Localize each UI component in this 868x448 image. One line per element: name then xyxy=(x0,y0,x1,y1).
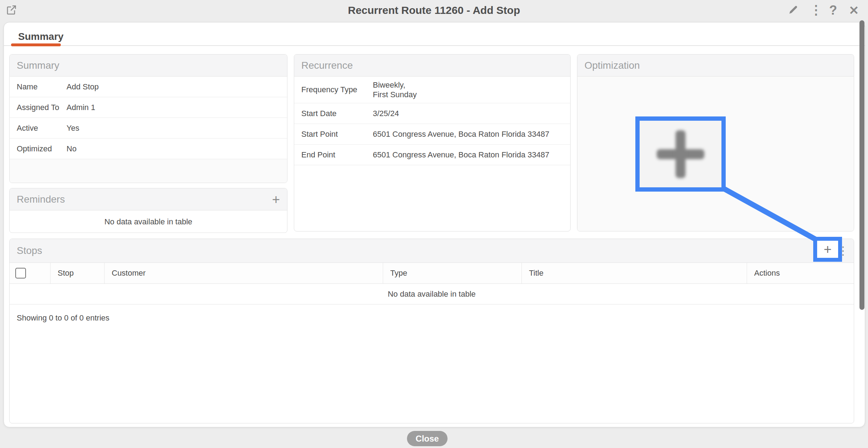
stops-table-header: Stop Customer Type Title Actions xyxy=(10,263,854,284)
field-value: Add Stop xyxy=(65,82,287,92)
field-value: Admin 1 xyxy=(65,103,287,112)
summary-panel: Summary Name Add Stop Assigned To Admin … xyxy=(9,54,287,183)
column-header-type[interactable]: Type xyxy=(383,263,522,283)
select-all-checkbox[interactable] xyxy=(15,268,26,278)
recurrence-row-start-date: Start Date 3/25/24 xyxy=(294,103,570,124)
field-value: 6501 Congress Avenue, Boca Raton Florida… xyxy=(371,130,570,139)
frequency-line-1: Biweekly, xyxy=(373,80,405,89)
summary-panel-title: Summary xyxy=(17,60,59,71)
field-label: Frequency Type xyxy=(294,85,371,94)
recurrence-panel: Recurrence Frequency Type Biweekly, Firs… xyxy=(294,54,571,231)
kebab-menu-icon[interactable]: ⋮ xyxy=(810,1,822,19)
field-label: Name xyxy=(10,82,65,92)
field-label: Optimized xyxy=(10,144,65,153)
stops-panel: Stops + ⋮ Stop Customer Type Title Actio… xyxy=(9,239,854,423)
field-value: 3/25/24 xyxy=(371,109,570,118)
column-header-actions[interactable]: Actions xyxy=(747,263,854,283)
reminders-empty-message: No data available in table xyxy=(10,210,287,233)
help-icon[interactable]: ? xyxy=(829,2,837,19)
window-titlebar: Recurrent Route 11260 - Add Stop ⋮ ? ✕ xyxy=(0,0,868,22)
page: { "window": { "title": "Recurrent Route … xyxy=(0,0,868,448)
tab-summary[interactable]: Summary xyxy=(18,31,64,42)
field-label: End Point xyxy=(294,150,371,160)
add-reminder-button[interactable]: + xyxy=(272,193,280,206)
field-label: Assigned To xyxy=(10,103,65,112)
magnified-plus-icon xyxy=(676,130,686,178)
reminders-panel-header: Reminders + xyxy=(10,188,287,210)
column-header-customer[interactable]: Customer xyxy=(105,263,383,283)
select-all-cell xyxy=(10,263,51,283)
tab-bar: Summary xyxy=(4,22,865,46)
recurrence-row-frequency-type: Frequency Type Biweekly, First Sunday xyxy=(294,77,570,103)
field-label: Start Point xyxy=(294,130,371,139)
annotation-magnified-add-button xyxy=(635,116,726,192)
column-header-stop[interactable]: Stop xyxy=(51,263,105,283)
field-label: Active xyxy=(10,124,65,133)
route-details-modal: Summary Summary Name Add Stop Assigned T… xyxy=(4,22,865,427)
edit-icon[interactable] xyxy=(788,4,799,15)
summary-panel-header: Summary xyxy=(10,54,287,77)
summary-row-assigned-to: Assigned To Admin 1 xyxy=(10,97,287,118)
reminders-panel-title: Reminders xyxy=(17,194,65,205)
summary-row-optimized: Optimized No xyxy=(10,139,287,159)
stops-panel-header: Stops + ⋮ xyxy=(10,239,854,263)
stops-entries-count: Showing 0 to 0 of 0 entries xyxy=(10,304,854,323)
active-tab-indicator xyxy=(11,43,61,46)
field-value: 6501 Congress Avenue, Boca Raton Florida… xyxy=(371,150,570,160)
window-title: Recurrent Route 11260 - Add Stop xyxy=(0,4,868,16)
summary-panel-filler xyxy=(10,159,287,183)
optimization-panel-header: Optimization xyxy=(577,54,854,77)
recurrence-row-end-point: End Point 6501 Congress Avenue, Boca Rat… xyxy=(294,145,570,165)
field-value: Biweekly, First Sunday xyxy=(371,80,570,99)
field-label: Start Date xyxy=(294,109,371,118)
column-header-title[interactable]: Title xyxy=(522,263,747,283)
close-button[interactable]: Close xyxy=(407,431,448,446)
frequency-line-2: First Sunday xyxy=(373,90,417,99)
summary-row-active: Active Yes xyxy=(10,118,287,139)
annotation-highlight-add-stop-button[interactable]: + xyxy=(813,237,842,262)
optimization-panel-title: Optimization xyxy=(584,60,640,71)
vertical-scrollbar-thumb[interactable] xyxy=(859,20,864,310)
field-value: Yes xyxy=(65,124,287,133)
recurrence-row-start-point: Start Point 6501 Congress Avenue, Boca R… xyxy=(294,124,570,145)
reminders-panel: Reminders + No data available in table xyxy=(9,188,287,233)
recurrence-panel-title: Recurrence xyxy=(301,60,353,71)
recurrence-panel-header: Recurrence xyxy=(294,54,570,77)
stops-panel-title: Stops xyxy=(17,245,42,256)
close-window-icon[interactable]: ✕ xyxy=(849,2,859,19)
stops-empty-message: No data available in table xyxy=(10,284,854,304)
field-value: No xyxy=(65,144,287,153)
summary-row-name: Name Add Stop xyxy=(10,77,287,97)
